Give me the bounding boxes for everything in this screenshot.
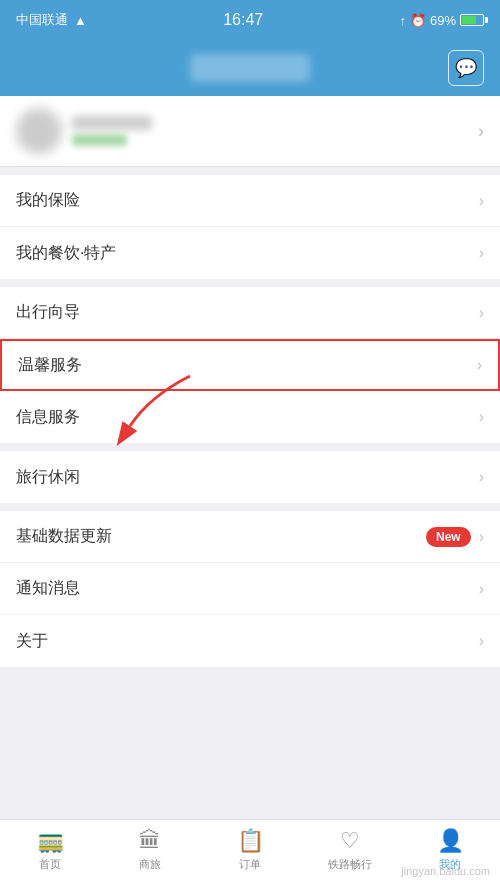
menu-item-about[interactable]: 关于 › [0,615,500,667]
railway-icon: ♡ [340,828,360,854]
notification-label: 通知消息 [16,578,80,599]
profile-left [16,108,152,154]
insurance-right: › [479,192,484,210]
menu-item-travel-guide[interactable]: 出行向导 › [0,287,500,339]
order-icon: 📋 [237,828,264,854]
status-left: 中国联通 ▲ [16,11,87,29]
tab-railway[interactable]: ♡ 铁路畅行 [300,828,400,872]
profile-chevron: › [478,121,484,142]
menu-item-dining[interactable]: 我的餐饮·特产 › [0,227,500,279]
new-badge: New [426,527,471,547]
profile-area[interactable]: › [0,96,500,167]
wifi-icon: ▲ [74,13,87,28]
tab-order[interactable]: 📋 订单 [200,828,300,872]
alarm-icon: ⏰ [410,13,426,28]
warm-service-label: 温馨服务 [18,355,82,376]
about-right: › [479,632,484,650]
menu-section-4: 基础数据更新 New › 通知消息 › 关于 › [0,511,500,667]
leisure-chevron: › [479,468,484,486]
avatar [16,108,62,154]
order-label: 订单 [239,857,261,872]
info-service-chevron: › [479,408,484,426]
scroll-content[interactable]: › 我的保险 › 我的餐饮·特产 › 出行向导 › 温馨服务 › [0,96,500,819]
chat-icon: 💬 [455,57,477,79]
data-update-right: New › [426,527,484,547]
data-update-label: 基础数据更新 [16,526,112,547]
leisure-right: › [479,468,484,486]
battery-fill [462,16,476,24]
data-update-chevron: › [479,528,484,546]
menu-item-leisure[interactable]: 旅行休闲 › [0,451,500,503]
header: 💬 [0,40,500,96]
arrow-icon: ↑ [399,13,406,28]
status-right: ↑ ⏰ 69% [399,13,484,28]
menu-item-insurance[interactable]: 我的保险 › [0,175,500,227]
insurance-chevron: › [479,192,484,210]
travel-guide-label: 出行向导 [16,302,80,323]
info-service-right: › [479,408,484,426]
menu-item-info-service[interactable]: 信息服务 › [0,391,500,443]
tab-bar: 🚃 首页 🏛 商旅 📋 订单 ♡ 铁路畅行 👤 我的 [0,819,500,889]
about-label: 关于 [16,631,48,652]
tab-home[interactable]: 🚃 首页 [0,828,100,872]
battery-percent: 69% [430,13,456,28]
menu-item-notification[interactable]: 通知消息 › [0,563,500,615]
notification-chevron: › [479,580,484,598]
business-travel-icon: 🏛 [139,828,161,854]
battery-icon [460,14,484,26]
tab-business-travel[interactable]: 🏛 商旅 [100,828,200,872]
insurance-label: 我的保险 [16,190,80,211]
notification-right: › [479,580,484,598]
business-travel-label: 商旅 [139,857,161,872]
dining-label: 我的餐饮·特产 [16,243,116,264]
watermark: jingyan.baidu.com [401,865,490,877]
menu-item-data-update[interactable]: 基础数据更新 New › [0,511,500,563]
menu-section-2: 出行向导 › 温馨服务 › 信息服务 › [0,287,500,443]
chat-button[interactable]: 💬 [448,50,484,86]
menu-section-3: 旅行休闲 › [0,451,500,503]
menu-item-warm-service[interactable]: 温馨服务 › [0,339,500,391]
dining-right: › [479,244,484,262]
warm-service-right: › [477,356,482,374]
leisure-label: 旅行休闲 [16,467,80,488]
status-bar: 中国联通 ▲ 16:47 ↑ ⏰ 69% [0,0,500,40]
menu-section-1: 我的保险 › 我的餐饮·特产 › [0,175,500,279]
home-label: 首页 [39,857,61,872]
header-title-blur [190,54,310,82]
info-service-label: 信息服务 [16,407,80,428]
travel-guide-right: › [479,304,484,322]
railway-label: 铁路畅行 [328,857,372,872]
travel-guide-chevron: › [479,304,484,322]
profile-name-blur [72,116,152,130]
status-time: 16:47 [223,11,263,29]
warm-service-chevron: › [477,356,482,374]
about-chevron: › [479,632,484,650]
carrier-label: 中国联通 [16,11,68,29]
home-icon: 🚃 [37,828,64,854]
dining-chevron: › [479,244,484,262]
profile-info [72,116,152,146]
mine-icon: 👤 [437,828,464,854]
profile-tag-blur [72,134,127,146]
